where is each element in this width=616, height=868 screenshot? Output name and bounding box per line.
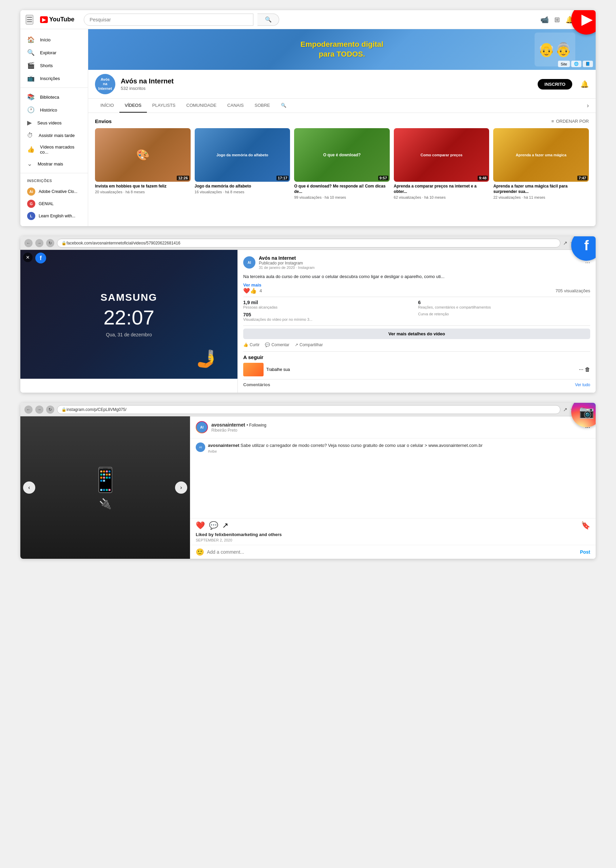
sub-item-genial[interactable]: G GENIAL bbox=[20, 198, 88, 210]
url-bar[interactable]: 🔒 facebook.com/avosnainternnetoficial/vi… bbox=[57, 239, 560, 248]
video-content-overlay: SAMSUNG 22:07 Qua, 31 de dezembro bbox=[101, 291, 157, 337]
explore-icon: 🔍 bbox=[27, 49, 35, 56]
video-card-2[interactable]: O que é download? 9:57 O que é download?… bbox=[294, 128, 390, 199]
sidebar-item-shorts[interactable]: 🎬 Shorts bbox=[20, 59, 88, 72]
tab-videos[interactable]: VÍDEOS bbox=[119, 99, 147, 113]
ig-url-bar[interactable]: 🔒 instagram.com/p/CEpL8VMg075/ bbox=[57, 405, 560, 414]
banner-social-btn2[interactable]: 📘 bbox=[583, 61, 593, 67]
fb-follow-more-btn[interactable]: ··· bbox=[579, 367, 583, 373]
video-duration-2: 9:57 bbox=[378, 175, 388, 180]
ig-share-icon[interactable]: ↗ bbox=[222, 521, 228, 530]
ig-save-icon[interactable]: 🔖 bbox=[581, 521, 590, 530]
banner-links: Site 🌐 📘 bbox=[558, 61, 593, 67]
sidebar-item-explorar[interactable]: 🔍 Explorar bbox=[20, 46, 88, 59]
sidebar-label-inicio: Início bbox=[40, 37, 50, 42]
ig-actions-bar: ❤️ 💬 ↗ 🔖 Liked by felixbenitomarketing a… bbox=[190, 518, 596, 545]
grid-icon[interactable]: ⊞ bbox=[554, 16, 560, 24]
video-card-4[interactable]: Aprenda a fazer uma mágica 7:47 Aprenda … bbox=[493, 128, 589, 199]
fb-divider-1 bbox=[243, 297, 590, 297]
sidebar-item-biblioteca[interactable]: 📚 Biblioteca bbox=[20, 91, 88, 103]
ig-next-button[interactable]: › bbox=[175, 481, 187, 494]
ig-post-button[interactable]: Post bbox=[580, 549, 590, 555]
ig-add-comment: 🙂 Post bbox=[190, 545, 596, 559]
video-meta-4: 22 visualizações · há 11 meses bbox=[493, 195, 589, 199]
fb-comentar[interactable]: 💬 Comentar bbox=[265, 342, 289, 347]
reaction-count: 4 bbox=[259, 288, 262, 293]
facebook-video-player[interactable]: SAMSUNG 22:07 Qua, 31 de dezembro 🤳 bbox=[20, 250, 237, 379]
video-title-0: Invista em hobbies que te fazem feliz bbox=[95, 184, 191, 189]
tab-search-icon[interactable]: 🔍 bbox=[275, 99, 292, 113]
video-card-3[interactable]: Como comparar preços 9:48 Aprenda a comp… bbox=[394, 128, 489, 199]
ig-share-icon[interactable]: ↗ bbox=[563, 407, 567, 413]
instagram-body: 📱 🔌 ‹ › AI avosnainternet bbox=[20, 416, 596, 559]
tab-sobre[interactable]: SOBRE bbox=[249, 99, 276, 113]
sidebar-item-mostrar-mais[interactable]: ⌄ Mostrar mais bbox=[20, 157, 88, 170]
tab-inicio[interactable]: INÍCIO bbox=[95, 99, 119, 113]
video-card-1[interactable]: Jogo da memória do alfabeto 17:17 Jogo d… bbox=[195, 128, 290, 199]
video-card-0[interactable]: 🎨 12:26 Invista em hobbies que te fazem … bbox=[95, 128, 191, 199]
back-button[interactable]: ← bbox=[24, 239, 33, 247]
sidebar-item-inicio[interactable]: 🏠 Início bbox=[20, 33, 88, 46]
subscriptions-title: INSCRIÇÕES bbox=[20, 176, 88, 185]
thumb-text-3: Como comparar preços bbox=[419, 152, 464, 158]
ig-comment-icon[interactable]: 💬 bbox=[209, 521, 218, 530]
ig-comment-username[interactable]: avosnainternet bbox=[208, 443, 239, 448]
shorts-icon: 🎬 bbox=[27, 62, 35, 69]
fb-curtir[interactable]: 👍 Curtir bbox=[243, 342, 259, 347]
tab-canais[interactable]: CANAIS bbox=[222, 99, 249, 113]
ig-refresh-button[interactable]: ↻ bbox=[46, 406, 54, 414]
refresh-button[interactable]: ↻ bbox=[46, 239, 54, 247]
thumb-emoji-0: 🎨 bbox=[136, 149, 149, 161]
browser-bar-fb: ← → ↻ 🔒 facebook.com/avosnainternnetofic… bbox=[20, 236, 596, 250]
forward-button[interactable]: → bbox=[35, 239, 43, 247]
sidebar-item-seus-videos[interactable]: ▶ Seus vídeos bbox=[20, 116, 88, 129]
search-input[interactable] bbox=[84, 14, 253, 26]
ig-back-button[interactable]: ← bbox=[24, 406, 33, 414]
fb-ver-mais[interactable]: Ver mais bbox=[243, 282, 590, 288]
ig-image-content: 📱 🔌 bbox=[91, 466, 120, 509]
banner-social-btn1[interactable]: 🌐 bbox=[571, 61, 581, 67]
sub-item-learn-english[interactable]: L Learn English with... bbox=[20, 210, 88, 222]
fb-follow-actions: ··· 🗑 bbox=[579, 367, 590, 373]
fb-post-info: Avós na Internet Publicado por Instagram… bbox=[259, 255, 315, 269]
fb-details-button[interactable]: Ver mais detalhes do vídeo bbox=[243, 329, 590, 339]
watch-later-icon: ⏱ bbox=[27, 132, 33, 139]
instagram-image: 📱 🔌 bbox=[20, 416, 190, 559]
sidebar-item-assistir-mais-tarde[interactable]: ⏱ Assistir mais tarde bbox=[20, 129, 88, 142]
tab-playlists[interactable]: PLAYLISTS bbox=[147, 99, 181, 113]
ig-post-header: AI avosnainternet • Following Ribeirão P… bbox=[190, 416, 596, 439]
channel-avatar: AvósnaInternet bbox=[95, 74, 115, 94]
close-video-button[interactable]: ✕ bbox=[23, 252, 33, 262]
time-display: 22:07 bbox=[101, 306, 157, 329]
ig-forward-button[interactable]: → bbox=[35, 406, 43, 414]
subscriptions-icon: 📺 bbox=[27, 75, 35, 82]
ig-emoji-icon[interactable]: 🙂 bbox=[196, 548, 204, 556]
sidebar-item-inscricoes[interactable]: 📺 Inscrições bbox=[20, 72, 88, 85]
ig-username[interactable]: avosnainternet bbox=[211, 422, 245, 428]
fb-divider-2 bbox=[243, 326, 590, 326]
fb-follow-delete-btn[interactable]: 🗑 bbox=[585, 367, 590, 373]
subscribe-button[interactable]: INSCRITO bbox=[537, 79, 572, 89]
banner-site-btn[interactable]: Site bbox=[558, 61, 570, 67]
notification-bell-icon[interactable]: 🔔 bbox=[580, 80, 589, 88]
fb-ver-tudo[interactable]: Ver tudo bbox=[575, 382, 590, 387]
sort-button[interactable]: ≡ ORDENAR POR bbox=[552, 119, 589, 124]
fb-compartilhar[interactable]: ↗ Compartilhar bbox=[295, 342, 323, 347]
date-display: Qua, 31 de dezembro bbox=[101, 332, 157, 337]
share-icon[interactable]: ↗ bbox=[563, 240, 567, 246]
ig-url-text: instagram.com/p/CEpL8VMg075/ bbox=[66, 407, 127, 412]
menu-icon[interactable]: ☰ bbox=[26, 15, 33, 24]
ig-comment-input[interactable] bbox=[207, 549, 577, 555]
video-title-4: Aprenda a fazer uma mágica fácil para su… bbox=[493, 184, 589, 194]
camera-icon[interactable]: 📹 bbox=[541, 16, 549, 24]
ig-prev-button[interactable]: ‹ bbox=[23, 481, 35, 494]
like-icon: 👍 bbox=[243, 342, 248, 347]
youtube-main: 🏠 Início 🔍 Explorar 🎬 Shorts 📺 Inscriçõe… bbox=[20, 29, 596, 226]
search-button[interactable]: 🔍 bbox=[258, 14, 279, 26]
sub-item-adobe[interactable]: Ai Adobe Creative Clo... bbox=[20, 185, 88, 198]
ig-heart-icon[interactable]: ❤️ bbox=[196, 521, 205, 530]
sidebar-item-historico[interactable]: 🕐 Histórico bbox=[20, 103, 88, 116]
tabs-arrow-icon[interactable]: › bbox=[587, 102, 589, 109]
tab-comunidade[interactable]: COMUNIDADE bbox=[181, 99, 222, 113]
sidebar-item-marcados[interactable]: 👍 Vídeos marcados co... bbox=[20, 142, 88, 157]
